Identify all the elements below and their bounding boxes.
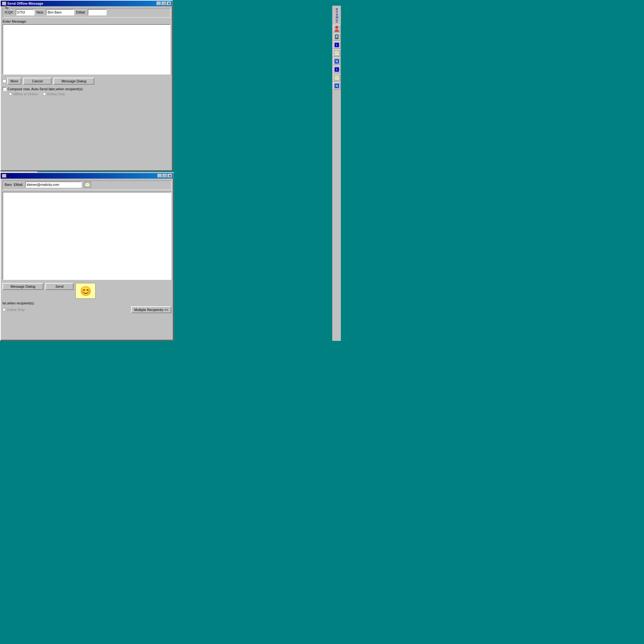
more-button[interactable]: More xyxy=(7,78,21,85)
n-icon-blue: N xyxy=(334,59,339,64)
sticker-emoji: 😊 xyxy=(80,286,92,297)
win2-maximize-btn[interactable]: □ xyxy=(163,174,167,178)
person-icon xyxy=(334,25,339,32)
svg-point-97 xyxy=(335,26,338,29)
quick-btn-7[interactable] xyxy=(333,74,341,81)
message-area: Enter Message: xyxy=(3,19,170,75)
send-offline-window-2: _ □ ✕ Bam EMail: Message Dialog xyxy=(0,172,174,341)
quick-btn-5[interactable]: N xyxy=(333,58,341,65)
svg-text:N: N xyxy=(336,59,338,63)
message-textarea[interactable] xyxy=(3,24,170,75)
to-fields-row-2: Bam EMail: xyxy=(5,181,169,188)
cancel-button[interactable]: Cancel xyxy=(23,78,52,85)
sticker-preview: 😊 xyxy=(75,283,96,299)
email-input[interactable] xyxy=(88,9,107,15)
icquick-sidebar: ICQuick i xyxy=(332,6,341,341)
info-icon: i xyxy=(334,42,339,47)
notes-icon xyxy=(334,51,339,56)
nick-input[interactable] xyxy=(46,9,74,15)
radio-row-2: Online Only Multiple Recipients >> xyxy=(3,306,171,313)
mobile-sidebar-icon xyxy=(334,34,339,39)
win2-minimize-btn[interactable]: _ xyxy=(158,174,162,178)
quick-btn-4[interactable] xyxy=(333,49,341,57)
to-fields-row: ICQ#: Nick: EMail: xyxy=(5,9,168,15)
send-offline-titlebar-2: _ □ ✕ xyxy=(1,173,173,179)
online-radio-label: Online Only xyxy=(43,92,65,96)
window-icon xyxy=(2,2,6,5)
offline-radio-text: Offline or Online xyxy=(13,92,38,96)
quick-btn-1[interactable] xyxy=(333,25,341,32)
multiple-recipients-button[interactable]: Multiple Recipients >> xyxy=(131,306,171,313)
titlebar-title: Send Offline Message xyxy=(7,2,43,5)
win2-close-btn[interactable]: ✕ xyxy=(168,174,172,178)
svg-text:i: i xyxy=(336,68,337,71)
info2-icon: i xyxy=(334,67,339,72)
notes2-icon xyxy=(334,75,339,80)
offline-radio[interactable] xyxy=(9,92,12,96)
titlebar2-buttons: _ □ ✕ xyxy=(158,174,172,178)
bottom-options: ter,when recipient(s): Online Only Multi… xyxy=(3,301,171,313)
maximize-button[interactable]: □ xyxy=(162,2,166,5)
send-offline-content: To: ICQ#: Nick: EMail: Enter Message: Mo… xyxy=(1,6,172,98)
more-btn-area: More xyxy=(3,78,21,85)
send-offline-content-2: Bam EMail: Message Dialog Send 😊 xyxy=(1,179,173,315)
buttons-row-2: Message Dialog Send 😊 xyxy=(3,283,171,299)
n2-icon-blue: N xyxy=(334,83,339,88)
message-dialog-button[interactable]: Message Dialog xyxy=(53,78,94,85)
offline-radio-label: Offline or Online xyxy=(9,92,38,96)
svg-point-100 xyxy=(336,38,337,39)
window2-icon xyxy=(2,174,6,178)
compose-label: Compose now, Auto-Send later,when recipi… xyxy=(8,87,83,91)
send-button[interactable]: Send xyxy=(45,283,74,290)
bam-label: Bam xyxy=(5,183,12,186)
compose-checkbox[interactable] xyxy=(3,87,6,91)
titlebar2-title-area xyxy=(2,174,6,178)
quick-btn-8[interactable]: N xyxy=(333,82,341,90)
message-dialog-button-2[interactable]: Message Dialog xyxy=(3,283,43,290)
icq-number-input[interactable] xyxy=(16,9,35,15)
close-button[interactable]: ✕ xyxy=(167,2,171,5)
icquick-label: ICQuick xyxy=(335,6,339,25)
send-offline-window-1: Send Offline Message _ □ ✕ To: ICQ#: Nic… xyxy=(0,0,173,171)
svg-text:i: i xyxy=(336,43,337,47)
email-icon-btn[interactable] xyxy=(84,181,91,188)
quick-btn-2[interactable] xyxy=(333,33,341,41)
online-radio-text: Online Only xyxy=(47,92,65,96)
online-only-radio-label: Online Only xyxy=(3,308,25,312)
more-checkbox[interactable] xyxy=(3,79,6,83)
titlebar-title-area: Send Offline Message xyxy=(2,2,43,5)
message-area-2 xyxy=(3,192,171,280)
to-label: To: xyxy=(4,6,10,10)
buttons-row: More Cancel Message Dialog xyxy=(3,78,170,85)
minimize-button[interactable]: _ xyxy=(157,2,161,5)
email-label-2: EMail: xyxy=(14,183,24,186)
icq-number-label: ICQ#: xyxy=(5,10,14,14)
to-group-2: Bam EMail: xyxy=(3,180,171,190)
compose-label-2: ter,when recipient(s): xyxy=(3,301,35,305)
send-offline-titlebar-1: Send Offline Message _ □ ✕ xyxy=(1,1,172,6)
svg-text:N: N xyxy=(336,84,338,88)
enter-message-label: Enter Message: xyxy=(3,19,170,23)
message-textarea-2[interactable] xyxy=(3,192,171,280)
to-group: To: ICQ#: Nick: EMail: xyxy=(3,8,170,18)
online-only-radio[interactable] xyxy=(3,308,6,311)
quick-btn-6[interactable]: i xyxy=(333,66,341,73)
email-picker-icon xyxy=(85,182,90,187)
titlebar-buttons: _ □ ✕ xyxy=(157,2,171,5)
radio-row: Offline or Online Online Only xyxy=(3,92,170,96)
email-input-2[interactable] xyxy=(25,181,82,188)
compose-checkbox-row: Compose now, Auto-Send later,when recipi… xyxy=(3,87,170,91)
email-label: EMail: xyxy=(76,10,86,14)
svg-rect-99 xyxy=(336,35,338,38)
online-only-radio-text: Online Only xyxy=(7,308,25,312)
nick-label: Nick: xyxy=(36,10,44,14)
online-radio[interactable] xyxy=(43,92,46,96)
quick-btn-3[interactable]: i xyxy=(333,41,341,49)
